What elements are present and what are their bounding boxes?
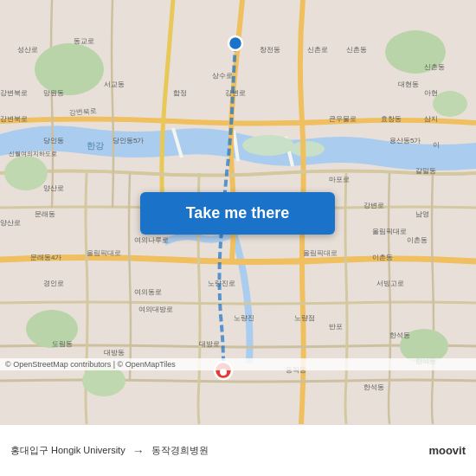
svg-text:양산로: 양산로 <box>43 184 64 192</box>
svg-text:여의대방로: 여의대방로 <box>138 306 173 313</box>
origin-label: 홍대입구 Hongik University <box>10 444 125 457</box>
svg-text:큰우물로: 큰우물로 <box>329 115 357 123</box>
svg-point-6 <box>35 43 104 95</box>
svg-text:망원동: 망원동 <box>43 89 64 97</box>
svg-text:남영: 남영 <box>415 210 429 218</box>
svg-text:한석동: 한석동 <box>389 331 410 339</box>
svg-text:동교로: 동교로 <box>74 37 94 45</box>
svg-text:이촌동: 이촌동 <box>407 236 428 244</box>
svg-point-9 <box>433 91 467 117</box>
svg-text:효창동: 효창동 <box>381 115 402 123</box>
svg-text:합정: 합정 <box>173 89 187 97</box>
svg-text:신월여의지하도로: 신월여의지하도로 <box>9 151 57 157</box>
svg-text:서교동: 서교동 <box>104 80 125 88</box>
bottom-bar: 홍대입구 Hongik University → 동작경희병원 moovit <box>0 424 476 476</box>
svg-text:이: 이 <box>433 141 440 149</box>
svg-text:노량진: 노량진 <box>234 314 254 322</box>
svg-text:여의나루로: 여의나루로 <box>134 236 169 244</box>
svg-text:올림픽대로: 올림픽대로 <box>303 249 338 257</box>
svg-text:문래동: 문래동 <box>35 210 55 218</box>
svg-text:한강: 한강 <box>87 141 105 151</box>
svg-text:삼지: 삼지 <box>424 115 438 123</box>
copyright-text: © OpenStreetMap contributors | © OpenMap… <box>0 358 476 370</box>
svg-text:창전동: 창전동 <box>260 46 280 54</box>
svg-text:서빙고로: 서빙고로 <box>376 280 404 287</box>
svg-text:도림동: 도림동 <box>52 340 73 348</box>
svg-text:강변북로: 강변북로 <box>0 115 28 123</box>
svg-text:올림픽대로: 올림픽대로 <box>372 228 407 235</box>
svg-point-5 <box>290 141 325 157</box>
svg-text:노량점: 노량점 <box>294 314 315 322</box>
route-info: 홍대입구 Hongik University → 동작경희병원 <box>10 444 428 458</box>
svg-text:이촌동: 이촌동 <box>372 254 393 261</box>
svg-text:마포로: 마포로 <box>329 176 350 183</box>
svg-text:아현: 아현 <box>424 89 438 97</box>
svg-text:반포: 반포 <box>329 323 343 331</box>
svg-text:당인동: 당인동 <box>43 137 64 145</box>
svg-text:강변로: 강변로 <box>363 202 384 209</box>
svg-text:경인로: 경인로 <box>43 280 64 287</box>
svg-text:성산로: 성산로 <box>17 46 38 54</box>
take-me-there-button[interactable]: Take me there <box>140 192 335 235</box>
svg-text:대방로: 대방로 <box>199 340 220 348</box>
svg-text:올림픽대로: 올림픽대로 <box>87 249 121 257</box>
svg-text:당인동5가: 당인동5가 <box>113 137 144 145</box>
map-container: 강변북로 올림픽대로 올림픽대로 한강 망원동 서교동 양산로 문래동 경인로 … <box>0 0 476 424</box>
svg-text:신촌로: 신촌로 <box>307 46 328 54</box>
svg-text:노량진로: 노량진로 <box>208 280 235 287</box>
svg-text:강변북로: 강변북로 <box>0 89 28 97</box>
svg-text:여의동로: 여의동로 <box>134 288 162 296</box>
destination-label: 동작경희병원 <box>151 444 209 457</box>
svg-text:한석동: 한석동 <box>363 383 384 391</box>
svg-point-67 <box>228 36 242 50</box>
svg-text:양산로: 양산로 <box>0 219 21 227</box>
svg-text:강변로: 강변로 <box>225 89 246 97</box>
svg-text:상수로: 상수로 <box>212 72 233 80</box>
moovit-logo: moovit <box>428 444 466 457</box>
svg-point-7 <box>4 156 48 190</box>
svg-point-4 <box>242 135 294 156</box>
svg-text:용산동5가: 용산동5가 <box>389 137 421 145</box>
svg-text:신촌동: 신촌동 <box>346 46 367 54</box>
svg-text:문래동4가: 문래동4가 <box>30 254 61 261</box>
svg-text:신촌동: 신촌동 <box>424 63 445 71</box>
svg-text:대방동: 대방동 <box>104 349 125 357</box>
arrow-icon: → <box>132 444 145 458</box>
svg-text:갈밀동: 갈밀동 <box>415 167 436 175</box>
svg-text:대현동: 대현동 <box>398 80 419 88</box>
moovit-brand-text: moovit <box>428 444 466 457</box>
